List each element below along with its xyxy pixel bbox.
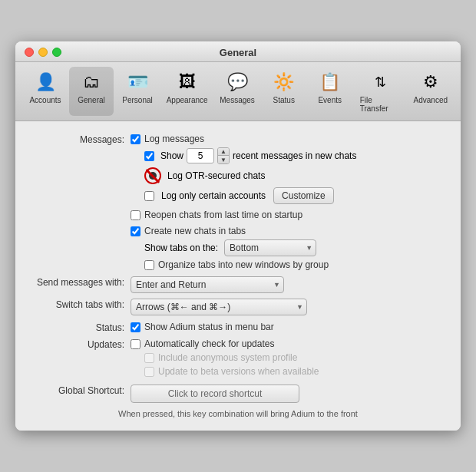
status-row: Status: Show Adium status in menu bar: [31, 322, 445, 333]
status-content: Show Adium status in menu bar: [131, 322, 274, 332]
global-shortcut-label: Global Shortcut:: [31, 385, 131, 396]
create-tabs-checkbox[interactable]: [131, 226, 140, 236]
recent-count-input[interactable]: [187, 148, 214, 163]
accounts-icon: 👤: [33, 70, 58, 94]
general-label: General: [78, 96, 105, 104]
show-tabs-text: Show tabs on the:: [144, 243, 218, 253]
filetransfer-icon: ⇅: [368, 70, 392, 94]
maximize-button[interactable]: [52, 48, 61, 57]
stepper-down[interactable]: ▼: [218, 156, 229, 163]
appearance-label: Appearance: [167, 96, 208, 104]
messages-content: Log messages Show ▲ ▼ recent messages in…: [131, 134, 356, 204]
toolbar-item-filetransfer[interactable]: ⇅ File Transfer: [354, 67, 407, 116]
create-tabs-content: Create new chats in tabs Show tabs on th…: [131, 226, 329, 270]
reopen-chats-label[interactable]: Reopen chats from last time on startup: [131, 210, 302, 220]
recent-messages-text: recent messages in new chats: [233, 150, 356, 161]
organize-tabs-text: Organize tabs into new windows by group: [158, 259, 329, 270]
send-option-wrapper: Enter and Return Enter only Return only …: [131, 276, 284, 293]
minimize-button[interactable]: [38, 48, 48, 57]
auto-check-label[interactable]: Automatically check for updates: [131, 338, 319, 349]
reopen-chats-checkbox[interactable]: [131, 210, 140, 220]
log-certain-checkbox[interactable]: [144, 191, 154, 201]
toolbar-item-messages[interactable]: 💬 Messages: [214, 67, 259, 116]
reopen-row: Reopen chats from last time on startup: [31, 210, 445, 220]
messages-row: Messages: Log messages Show ▲ ▼ recent: [31, 134, 445, 204]
beta-checkbox[interactable]: [144, 367, 154, 377]
send-messages-row: Send messages with: Enter and Return Ent…: [31, 276, 445, 293]
updates-section-label: Updates:: [31, 338, 131, 350]
messages-section-label: Messages:: [31, 134, 131, 145]
updates-row: Updates: Automatically check for updates…: [31, 338, 445, 377]
send-option-select[interactable]: Enter and Return Enter only Return only: [131, 276, 284, 293]
global-shortcut-content: Click to record shortcut: [131, 385, 299, 403]
create-tabs-row: Create new chats in tabs Show tabs on th…: [31, 226, 445, 270]
status-label: Status: [273, 96, 295, 104]
show-adium-label[interactable]: Show Adium status in menu bar: [131, 322, 274, 332]
show-adium-checkbox[interactable]: [131, 322, 140, 332]
count-stepper[interactable]: ▲ ▼: [217, 147, 230, 164]
status-section-label: Status:: [31, 322, 131, 333]
reopen-content: Reopen chats from last time on startup: [131, 210, 302, 220]
toolbar-item-status[interactable]: 🔆 Status: [262, 67, 306, 116]
log-otr-text: Log OTR-secured chats: [167, 170, 265, 181]
filetransfer-label: File Transfer: [360, 96, 401, 113]
close-button[interactable]: [25, 48, 34, 57]
personal-icon: 🪪: [125, 70, 150, 94]
log-messages-checkbox-label[interactable]: Log messages: [131, 134, 356, 144]
switch-option-wrapper: Arrows (⌘← and ⌘→) Tab and Shift-Tab ▼: [131, 299, 307, 315]
main-window: General 👤 Accounts 🗂 General 🪪 Personal …: [15, 41, 461, 431]
show-recent-checkbox[interactable]: [144, 151, 154, 161]
content-area: Messages: Log messages Show ▲ ▼ recent: [15, 121, 461, 431]
send-messages-label: Send messages with:: [31, 276, 131, 288]
toolbar-item-personal[interactable]: 🪪 Personal: [115, 67, 160, 116]
appearance-icon: 🖼: [175, 70, 200, 94]
customize-button[interactable]: Customize: [273, 187, 334, 204]
beta-label[interactable]: Update to beta versions when available: [144, 366, 319, 377]
switch-tabs-row: Switch tabs with: Arrows (⌘← and ⌘→) Tab…: [31, 299, 445, 315]
switch-option-select[interactable]: Arrows (⌘← and ⌘→) Tab and Shift-Tab: [131, 299, 307, 315]
tabs-position-select[interactable]: Bottom Top Left Right: [224, 239, 316, 256]
log-messages-checkbox[interactable]: [131, 134, 140, 144]
general-icon: 🗂: [79, 70, 104, 94]
tabs-position-wrapper: Bottom Top Left Right ▼: [224, 239, 316, 256]
events-label: Events: [318, 96, 342, 104]
toolbar-item-advanced[interactable]: ⚙ Advanced: [408, 67, 453, 116]
toolbar-item-general[interactable]: 🗂 General: [69, 67, 114, 116]
log-otr-row: Log OTR-secured chats: [144, 167, 356, 184]
include-anon-checkbox[interactable]: [144, 353, 154, 363]
organize-tabs-checkbox[interactable]: [144, 260, 154, 270]
reopen-chats-text: Reopen chats from last time on startup: [144, 210, 302, 220]
toolbar: 👤 Accounts 🗂 General 🪪 Personal 🖼 Appear…: [15, 62, 461, 121]
toolbar-item-accounts[interactable]: 👤 Accounts: [23, 67, 68, 116]
updates-content: Automatically check for updates Include …: [131, 338, 319, 377]
beta-text: Update to beta versions when available: [158, 366, 319, 377]
show-recent-row: Show ▲ ▼ recent messages in new chats: [144, 147, 356, 164]
show-adium-text: Show Adium status in menu bar: [144, 322, 274, 332]
messages-label: Messages: [220, 96, 255, 104]
toolbar-item-events[interactable]: 📋 Events: [308, 67, 352, 116]
advanced-label: Advanced: [414, 96, 448, 104]
events-icon: 📋: [318, 70, 342, 94]
status-icon: 🔆: [272, 70, 296, 94]
log-messages-text: Log messages: [144, 134, 204, 144]
personal-label: Personal: [122, 96, 152, 104]
no-otr-inner: [149, 172, 157, 180]
shortcut-button[interactable]: Click to record shortcut: [131, 385, 299, 403]
create-tabs-text: Create new chats in tabs: [144, 226, 246, 236]
create-tabs-spacer: [31, 226, 131, 226]
auto-check-text: Automatically check for updates: [144, 338, 274, 349]
traffic-lights: [25, 48, 61, 57]
reopen-label-spacer: [31, 210, 131, 210]
organize-tabs-label[interactable]: Organize tabs into new windows by group: [144, 259, 329, 270]
stepper-up[interactable]: ▲: [218, 148, 229, 156]
hint-text: When pressed, this key combination will …: [31, 409, 445, 418]
include-anon-label[interactable]: Include anonymous system profile: [144, 352, 319, 363]
auto-check-checkbox[interactable]: [131, 339, 140, 349]
toolbar-item-appearance[interactable]: 🖼 Appearance: [161, 67, 213, 116]
show-text: Show: [160, 150, 183, 161]
switch-tabs-label: Switch tabs with:: [31, 299, 131, 310]
messages-icon: 💬: [225, 70, 250, 94]
advanced-icon: ⚙: [418, 70, 443, 94]
include-anon-text: Include anonymous system profile: [158, 352, 297, 363]
create-tabs-label[interactable]: Create new chats in tabs: [131, 226, 329, 236]
